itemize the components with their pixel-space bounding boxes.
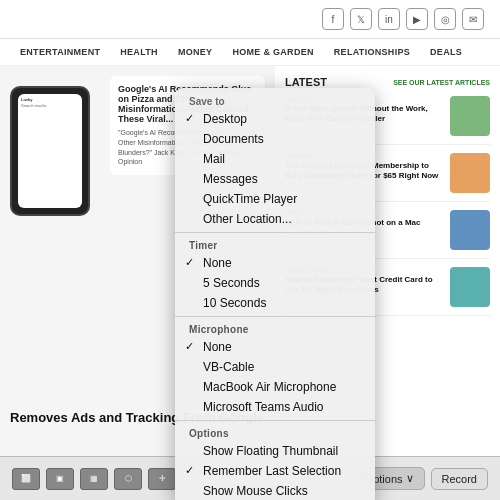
email-icon: ✉ [462, 8, 484, 30]
twitter-icon: 𝕏 [350, 8, 372, 30]
screenshot-dropdown-menu: Save to Desktop Documents Mail Messages … [175, 88, 375, 500]
nav-entertainment[interactable]: ENTERTAINMENT [10, 39, 110, 65]
article-thumbnail [450, 153, 490, 193]
latest-title: LATEST [285, 76, 327, 88]
article-thumbnail [450, 267, 490, 307]
save-mail-item[interactable]: Mail [175, 149, 375, 169]
save-other-item[interactable]: Other Location... [175, 209, 375, 229]
separator-1 [175, 232, 375, 233]
taskbar-icon-4[interactable]: ⬡ [114, 468, 142, 490]
options-header: Options [175, 424, 375, 441]
option-mouse-clicks-item[interactable]: Show Mouse Clicks [175, 481, 375, 500]
nav-money[interactable]: MONEY [168, 39, 223, 65]
phone-mockup: Lucky Search results [10, 86, 90, 216]
option-thumbnail-item[interactable]: Show Floating Thumbnail [175, 441, 375, 461]
timer-5s-item[interactable]: 5 Seconds [175, 273, 375, 293]
mic-none-item[interactable]: None [175, 337, 375, 357]
timer-header: Timer [175, 236, 375, 253]
linkedin-icon: in [378, 8, 400, 30]
save-quicktime-item[interactable]: QuickTime Player [175, 189, 375, 209]
timer-none-item[interactable]: None [175, 253, 375, 273]
taskbar-icon-2[interactable]: ▣ [46, 468, 74, 490]
nav-relationships[interactable]: RELATIONSHIPS [324, 39, 420, 65]
mic-vbcable-item[interactable]: VB-Cable [175, 357, 375, 377]
phone-screen: Lucky Search results [18, 94, 82, 208]
mic-teams-item[interactable]: Microsoft Teams Audio [175, 397, 375, 417]
social-icons: f 𝕏 in ▶ ◎ ✉ [322, 8, 484, 30]
taskbar-icon-1[interactable]: ⬜ [12, 468, 40, 490]
nav-health[interactable]: HEALTH [110, 39, 168, 65]
save-messages-item[interactable]: Messages [175, 169, 375, 189]
see-latest-link[interactable]: SEE OUR LATEST ARTICLES [393, 79, 490, 86]
instagram-icon: ◎ [434, 8, 456, 30]
nav-bar: ENTERTAINMENT HEALTH MONEY HOME & GARDEN… [0, 39, 500, 66]
timer-10s-item[interactable]: 10 Seconds [175, 293, 375, 313]
nav-deals[interactable]: DEALS [420, 39, 472, 65]
article-thumbnail [450, 210, 490, 250]
website-header: f 𝕏 in ▶ ◎ ✉ [0, 0, 500, 39]
latest-header: LATEST SEE OUR LATEST ARTICLES [285, 76, 490, 88]
separator-2 [175, 316, 375, 317]
chevron-down-icon: ∨ [406, 472, 414, 485]
separator-3 [175, 420, 375, 421]
save-desktop-item[interactable]: Desktop [175, 109, 375, 129]
taskbar-icon-3[interactable]: ▦ [80, 468, 108, 490]
mic-macbook-item[interactable]: MacBook Air Microphone [175, 377, 375, 397]
nav-home-garden[interactable]: HOME & GARDEN [222, 39, 323, 65]
save-documents-item[interactable]: Documents [175, 129, 375, 149]
record-label: Record [442, 473, 477, 485]
option-remember-item[interactable]: Remember Last Selection [175, 461, 375, 481]
article-thumbnail [450, 96, 490, 136]
facebook-icon: f [322, 8, 344, 30]
record-button[interactable]: Record [431, 468, 488, 490]
youtube-icon: ▶ [406, 8, 428, 30]
taskbar-icon-5[interactable]: ✛ [148, 468, 176, 490]
microphone-header: Microphone [175, 320, 375, 337]
save-to-header: Save to [175, 92, 375, 109]
